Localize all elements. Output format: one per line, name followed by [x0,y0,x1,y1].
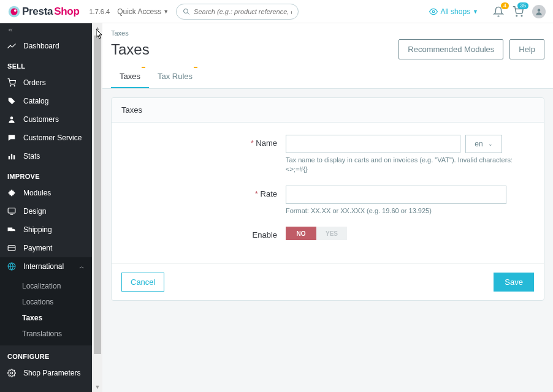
breadcrumb: Taxes [102,23,553,37]
topbar-icons: 4 35 [493,5,546,18]
name-input[interactable] [286,135,460,153]
sidebar-subitem-taxes[interactable]: Taxes [0,310,92,326]
svg-rect-13 [11,154,12,160]
sidebar-item-shop-parameters[interactable]: Shop Parameters [0,364,92,382]
svg-point-5 [433,10,435,13]
sidebar: Dashboard SELL Orders Catalog Customers … [0,23,92,392]
svg-point-7 [521,15,522,17]
chart-icon [7,152,17,160]
sidebar-item-label: International [23,262,64,271]
all-shops-dropdown[interactable]: All shops ▼ [429,7,478,16]
save-button[interactable]: Save [494,273,534,292]
tabs: Taxes Tax Rules [102,66,553,88]
sidebar-item-customers[interactable]: Customers [0,110,92,129]
svg-point-9 [10,86,11,86]
sidebar-submenu-international: Localization Locations Taxes Translation… [0,276,92,345]
svg-point-10 [14,86,15,86]
scrollbar-thumb[interactable] [94,36,101,354]
truck-icon [7,225,17,234]
tab-tax-rules[interactable]: Tax Rules [149,66,201,88]
cancel-button[interactable]: Cancel [121,273,164,292]
panel-header: Taxes [112,98,544,123]
chevron-up-icon: ︿ [79,263,85,271]
sidebar-subitem-translations[interactable]: Translations [0,326,92,342]
help-button[interactable]: Help [509,39,544,59]
sidebar-item-catalog[interactable]: Catalog [0,92,92,110]
toggle-yes[interactable]: YES [316,227,347,240]
tab-indicator-icon [194,67,197,68]
sidebar-item-label: Orders [23,78,46,87]
gear-icon [7,369,17,377]
chevron-down-icon: ▼ [473,9,478,15]
label-text: Name [256,138,277,148]
svg-point-11 [10,116,13,119]
sidebar-subitem-locations[interactable]: Locations [0,294,92,310]
sidebar-item-label: Dashboard [23,42,59,50]
row-rate: * Rate Format: XX.XX or XX.XXX (e.g. 19.… [126,186,529,216]
svg-point-6 [516,15,517,17]
svg-point-1 [11,8,18,15]
notifications-button[interactable]: 4 [493,6,504,17]
search-icon [183,8,190,15]
chat-icon [7,134,17,142]
rate-input[interactable] [286,186,506,204]
sidebar-item-label: Stats [23,152,40,160]
scroll-down-icon[interactable]: ▼ [93,382,102,392]
version-text: 1.7.6.4 [89,8,110,15]
row-enable: Enable NO YES [126,227,529,240]
search-input[interactable] [194,8,292,15]
sidebar-subitem-localization[interactable]: Localization [0,278,92,294]
cart-badge: 35 [517,2,528,9]
user-avatar[interactable] [532,5,546,18]
svg-point-18 [13,231,14,232]
logo-text-2: Shop [54,6,79,18]
tab-taxes[interactable]: Taxes [111,66,149,88]
quick-access-label: Quick Access [117,7,161,16]
recommended-modules-button[interactable]: Recommended Modules [399,39,503,59]
toggle-no[interactable]: NO [286,227,316,240]
sidebar-item-orders[interactable]: Orders [0,74,92,92]
sidebar-item-customer-service[interactable]: Customer Service [0,129,92,147]
svg-point-23 [10,372,13,374]
puzzle-icon [7,189,17,197]
quick-access-dropdown[interactable]: Quick Access ▼ [117,7,169,16]
label-text: Rate [261,189,277,198]
scroll-up-icon[interactable]: ▲ [93,23,102,33]
cart-icon [7,78,17,87]
card-icon [7,244,17,252]
logo[interactable]: PrestaShop [7,5,79,18]
trending-icon [7,42,17,50]
tag-icon [7,97,17,105]
sidebar-item-shipping[interactable]: Shipping [0,221,92,239]
notification-badge: 4 [501,2,509,9]
row-name: * Name en ⌄ Tax name to display in carts… [126,135,529,175]
svg-point-3 [184,9,188,13]
sidebar-item-dashboard[interactable]: Dashboard [0,37,92,55]
topbar: PrestaShop 1.7.6.4 Quick Access ▼ All sh… [0,0,553,23]
monitor-icon [7,207,17,216]
sidebar-item-modules[interactable]: Modules [0,184,92,202]
language-dropdown[interactable]: en ⌄ [465,135,502,153]
enable-toggle[interactable]: NO YES [286,227,519,240]
cart-button[interactable]: 35 [513,6,524,17]
sidebar-section-improve: IMPROVE [0,165,92,184]
sidebar-item-payment[interactable]: Payment [0,239,92,257]
sidebar-item-label: Shop Parameters [23,369,80,377]
logo-text-1: Presta [22,6,53,18]
search-box[interactable] [176,4,299,20]
logo-icon [7,5,21,18]
svg-point-2 [14,9,17,12]
sidebar-item-stats[interactable]: Stats [0,147,92,165]
sidebar-section-configure: CONFIGURE [0,345,92,364]
sidebar-item-design[interactable]: Design [0,202,92,221]
sidebar-section-sell: SELL [0,55,92,74]
scrollbar[interactable]: ▲ ▼ [92,23,102,392]
svg-rect-19 [8,246,15,251]
chevron-down-icon: ▼ [163,9,169,15]
sidebar-item-label: Shipping [23,225,52,234]
sidebar-item-label: Customers [23,115,59,124]
sidebar-item-international[interactable]: International ︿ [0,257,92,276]
collapse-sidebar-button[interactable] [0,23,92,37]
enable-label: Enable [126,227,286,239]
tab-label: Tax Rules [158,72,193,81]
